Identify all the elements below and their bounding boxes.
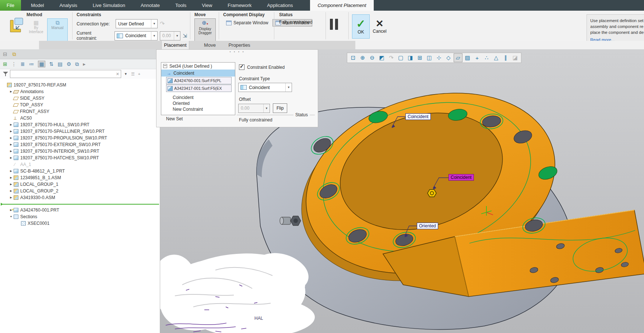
- point-display-icon[interactable]: ∴: [482, 53, 491, 62]
- menu-item[interactable]: Analysis: [52, 0, 85, 11]
- clipping-front-icon[interactable]: ◫: [425, 53, 434, 62]
- manual-button[interactable]: ⧉ Manual: [47, 18, 68, 42]
- ok-button[interactable]: ✓ OK: [352, 14, 370, 39]
- constraint-list-item[interactable]: Oriented: [161, 100, 235, 106]
- chevron-down-icon[interactable]: ▼: [151, 20, 157, 28]
- oriented-label[interactable]: Oriented: [417, 223, 438, 229]
- tree-item[interactable]: LOCAL_GROUP_1: [0, 181, 160, 188]
- tree-item[interactable]: Sections: [0, 213, 160, 220]
- tree-item[interactable]: Annotations: [0, 88, 160, 95]
- tree-item[interactable]: 19207_8750170-HATCHES_SW10.PRT: [0, 155, 160, 161]
- expand-all-icon[interactable]: ≣: [21, 61, 25, 67]
- menu-item[interactable]: Tools: [168, 0, 194, 11]
- coincident-label[interactable]: Coincident: [405, 113, 431, 120]
- tree-item[interactable]: A3419330-0.ASM: [0, 194, 160, 201]
- tree-item[interactable]: 19207_8750170-INTERIOR_SW10.PRT: [0, 148, 160, 155]
- connection-type-select[interactable]: User Defined ▼: [116, 19, 158, 28]
- constraint-type-select[interactable]: Coincident ▼: [238, 83, 292, 92]
- expand-arrow-icon[interactable]: [9, 135, 13, 141]
- menu-item[interactable]: Component Placement: [310, 0, 373, 11]
- expand-arrow-icon[interactable]: [9, 141, 13, 148]
- chevron-down-icon[interactable]: ▼: [151, 32, 157, 40]
- repaint-icon[interactable]: ↷: [387, 53, 396, 62]
- expand-arrow-icon[interactable]: [9, 128, 13, 135]
- tree-columns-icon[interactable]: ▦: [38, 61, 45, 67]
- zoom-region-icon[interactable]: ⊡: [349, 53, 358, 62]
- cancel-button[interactable]: ✕ Cancel: [370, 14, 389, 38]
- tree-item[interactable]: 19207_8750170-HULL_SW10.PRT: [0, 121, 160, 128]
- plane-display-icon[interactable]: ▱: [454, 53, 462, 62]
- tree-item[interactable]: SIDE_ASSY: [0, 95, 160, 102]
- pause-icon[interactable]: ∥: [501, 53, 510, 62]
- tree-item[interactable]: LOCAL_GROUP_2: [0, 188, 160, 194]
- settings-gear-icon[interactable]: ⚙: [67, 61, 71, 67]
- chevron-down-icon[interactable]: ▼: [285, 83, 292, 92]
- expand-arrow-icon[interactable]: [9, 121, 13, 128]
- csys-display-icon[interactable]: ▨: [463, 53, 472, 62]
- expand-arrow-icon[interactable]: [9, 88, 13, 95]
- more-options-icon[interactable]: ⋮: [11, 61, 17, 67]
- connector-stud[interactable]: [280, 216, 301, 226]
- expand-arrow-icon[interactable]: [9, 155, 13, 161]
- filter-dropdown-icon[interactable]: ▼: [123, 72, 129, 76]
- tree-item[interactable]: TOP_ASSY: [0, 102, 160, 108]
- clipping-back-icon[interactable]: ⊹: [434, 53, 443, 62]
- model-tree-tab-icon[interactable]: ⊟: [3, 51, 7, 57]
- menu-item[interactable]: Live Simulation: [85, 0, 133, 11]
- display-style-icon[interactable]: ◨: [406, 53, 415, 62]
- expand-arrow-icon[interactable]: [9, 213, 13, 220]
- tree-item[interactable]: 19207_8750170-SPALLLINER_SW10.PRT: [0, 128, 160, 135]
- new-set-item[interactable]: New Set: [166, 116, 183, 121]
- constraint-enabled-checkbox[interactable]: [239, 64, 244, 70]
- current-constraint-select[interactable]: Coincident ▼: [115, 31, 158, 40]
- menu-item[interactable]: File: [0, 0, 21, 11]
- select-arrow-icon[interactable]: ▸: [83, 61, 85, 67]
- dashboard-tab[interactable]: Placement: [161, 41, 189, 49]
- offset-value-field[interactable]: 0.00 ▼: [238, 104, 270, 113]
- tree-item[interactable]: AA_1: [0, 161, 160, 168]
- zoom-in-icon[interactable]: ⊕: [358, 53, 367, 62]
- pause-button[interactable]: [330, 19, 338, 30]
- panel-options-icon[interactable]: ☰: [130, 72, 136, 77]
- expand-arrow-icon[interactable]: [9, 168, 13, 174]
- tree-search-input[interactable]: [10, 70, 121, 78]
- menu-item[interactable]: Framework: [220, 0, 259, 11]
- tree-item[interactable]: 19207_8750170-PROPULSION_SW10.PRT: [0, 135, 160, 141]
- insert-here-indicator[interactable]: [1, 204, 159, 205]
- axis-display-icon[interactable]: +: [473, 53, 482, 62]
- selected-constraint-row[interactable]: → Coincident: [161, 70, 235, 77]
- capture-icon[interactable]: ⊞: [415, 53, 424, 62]
- panel-drag-handle[interactable]: • • • •: [156, 50, 318, 54]
- flip-button[interactable]: Flip: [273, 103, 287, 113]
- tree-item[interactable]: FRONT_ASSY: [0, 108, 160, 115]
- expand-arrow-icon[interactable]: [9, 181, 13, 188]
- reference-chip[interactable]: A3424760-001:Surf:F5(PL: [166, 77, 232, 84]
- expand-arrow-icon[interactable]: [9, 188, 13, 194]
- separate-window-button[interactable]: Separate Window: [223, 19, 271, 26]
- offset-field[interactable]: 0.00 ▼: [160, 31, 180, 40]
- collapse-all-icon[interactable]: ≔: [29, 61, 34, 67]
- layers-icon[interactable]: ⧉: [75, 61, 79, 67]
- zoom-out-icon[interactable]: ⊖: [368, 53, 377, 62]
- tree-item[interactable]: 19207_8750170-REF.ASM: [0, 82, 160, 88]
- tree-item[interactable]: ACS0: [0, 115, 160, 121]
- tree-item[interactable]: 19207_8750170-EXTERIOR_SW10.PRT: [0, 141, 160, 148]
- constraint-set-row[interactable]: Set34 (User Defined ): [161, 63, 235, 70]
- display-dragger-button[interactable]: ⊕● Display Dragger: [194, 18, 216, 43]
- tree-item[interactable]: 12349851_B_1.ASM: [0, 174, 160, 181]
- menu-item[interactable]: Model: [23, 0, 52, 11]
- tree-format-icon[interactable]: ▤: [57, 61, 62, 67]
- constraint-list-item[interactable]: Coincident: [161, 95, 235, 100]
- annotation-display-icon[interactable]: △: [492, 53, 500, 62]
- constraint-set-list[interactable]: Set34 (User Defined ) → Coincident A3424…: [161, 62, 235, 115]
- dashboard-tab[interactable]: Move: [199, 41, 221, 49]
- menu-item[interactable]: Applications: [259, 0, 300, 11]
- panel-add-icon[interactable]: +: [137, 72, 141, 76]
- spin-center-icon[interactable]: ◪: [511, 53, 520, 62]
- refit-icon[interactable]: ◩: [377, 53, 386, 62]
- dashboard-tab[interactable]: Properties: [225, 41, 254, 49]
- perspective-icon[interactable]: ◇: [444, 53, 453, 62]
- by-interface-button[interactable]: ▦ By Interface: [27, 18, 46, 42]
- collapse-box-icon[interactable]: [163, 64, 167, 68]
- expand-arrow-icon[interactable]: [9, 194, 13, 201]
